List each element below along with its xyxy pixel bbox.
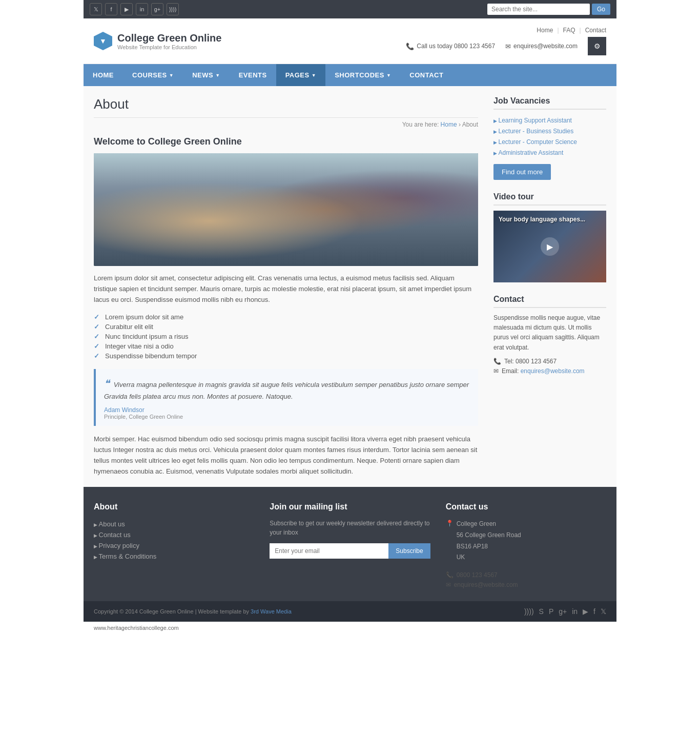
home-link[interactable]: Home [537, 27, 553, 34]
nav-home[interactable]: HOME [84, 64, 123, 86]
quote-author-title: Principle, College Green Online [104, 414, 470, 420]
vacancies-title: Job Vacancies [493, 96, 606, 110]
footer-social-icons: )))) S P g+ in ▶ f 𝕏 [524, 607, 606, 616]
contact-title: Contact [493, 295, 606, 308]
rss-icon[interactable]: )))) [167, 3, 179, 15]
youtube-icon[interactable]: ▶ [120, 3, 133, 15]
email-subscribe-input[interactable] [270, 543, 388, 559]
footer-privacy-link[interactable]: Privacy policy [94, 542, 139, 549]
logo-icon [94, 32, 112, 50]
nav-shortcodes[interactable]: SHORTCODES ▼ [325, 64, 400, 86]
footer-contact-us: Contact us [94, 529, 254, 540]
checklist: Lorem ipsum dolor sit ame Curabitur elit… [94, 312, 478, 361]
footer-email: ✉ enquires@website.com [446, 581, 606, 588]
email-address: enquires@website.com [513, 43, 578, 50]
logo: College Green Online Website Template fo… [94, 32, 221, 50]
vacancy-1: Learning Support Assistant [493, 115, 606, 126]
footer-pinterest-icon[interactable]: P [549, 607, 553, 616]
twitter-icon[interactable]: 𝕏 [90, 3, 102, 15]
main-content: About You are here: Home › About Welcome… [94, 96, 478, 477]
footer-about-links: About us Contact us Privacy policy Terms… [94, 519, 254, 562]
footer-terms-link[interactable]: Terms & Conditions [94, 552, 156, 560]
vacancy-link-2[interactable]: Lecturer - Business Studies [493, 128, 573, 135]
breadcrumb: You are here: Home › About [94, 121, 478, 128]
main-nav: HOME COURSES ▼ NEWS ▼ EVENTS PAGES ▼ SHO… [84, 64, 616, 86]
video-thumbnail[interactable]: Your body language shapes... ▶ [493, 211, 606, 282]
phone-contact: Call us today 0800 123 4567 [406, 43, 495, 50]
email-link-sidebar[interactable]: enquires@website.com [521, 367, 585, 375]
news-arrow: ▼ [215, 73, 220, 78]
video-play-button[interactable]: ▶ [541, 237, 559, 256]
checklist-item-5: Suspendisse bibendum tempor [94, 351, 478, 361]
top-bar: 𝕏 f ▶ in g+ )))) Go [84, 0, 616, 18]
site-header: College Green Online Website Template fo… [84, 18, 616, 64]
footer-skype-icon[interactable]: S [539, 607, 544, 616]
mailing-description: Subscribe to get our weekly newsletter d… [270, 519, 430, 537]
facebook-icon[interactable]: f [105, 3, 117, 15]
settings-button[interactable]: ⚙ [588, 37, 606, 55]
footer-facebook-icon[interactable]: f [593, 607, 595, 616]
nav-contact[interactable]: CONTACT [400, 64, 452, 86]
subscribe-button[interactable]: Subscribe [388, 543, 430, 559]
nav-pages[interactable]: PAGES ▼ [276, 64, 325, 86]
job-vacancies-section: Job Vacancies Learning Support Assistant… [493, 96, 606, 180]
footer-contact-col: Contact us 📍 College Green 56 College Gr… [446, 502, 606, 590]
video-caption: Your body language shapes... [499, 216, 585, 223]
footer-rss-icon[interactable]: )))) [524, 607, 534, 616]
page-title-area: About You are here: Home › About [94, 96, 478, 128]
footer-twitter-icon[interactable]: 𝕏 [601, 607, 606, 616]
footer-privacy: Privacy policy [94, 540, 254, 551]
article-image [94, 153, 478, 266]
footer-about-us-link[interactable]: About us [94, 520, 125, 528]
breadcrumb-home[interactable]: Home [441, 121, 457, 128]
contact-tel: 📞 Tel: 0800 123 4567 [493, 358, 606, 365]
footer-about-title: About [94, 502, 254, 511]
nav-events[interactable]: EVENTS [230, 64, 276, 86]
footer-about-col: About About us Contact us Privacy policy… [94, 502, 254, 590]
vacancy-link-4[interactable]: Administrative Assistant [493, 149, 563, 156]
search-button[interactable]: Go [592, 4, 610, 15]
vacancy-link-3[interactable]: Lecturer - Computer Science [493, 138, 577, 146]
contact-section: Contact Suspendisse mollis neque augue, … [493, 295, 606, 375]
search-bar: Go [487, 4, 610, 15]
contact-link[interactable]: Contact [585, 27, 606, 34]
divider2: | [580, 27, 581, 34]
site-footer: About About us Contact us Privacy policy… [84, 487, 616, 621]
nav-courses[interactable]: COURSES ▼ [123, 64, 183, 86]
video-section: Video tour Your body language shapes... … [493, 192, 606, 282]
footer-phone: 📞 0800 123 4567 [446, 571, 606, 579]
checklist-item-1: Lorem ipsum dolor sit ame [94, 312, 478, 322]
phone-number: Call us today 0800 123 4567 [417, 43, 495, 50]
social-icons: 𝕏 f ▶ in g+ )))) [90, 3, 179, 15]
google-plus-icon[interactable]: g+ [151, 3, 163, 15]
courses-arrow: ▼ [169, 73, 174, 78]
footer-url-bar: www.heritagechristiancollege.com [84, 622, 616, 634]
video-title: Video tour [493, 192, 606, 206]
footer-linkedin-icon[interactable]: in [572, 607, 578, 616]
find-out-button[interactable]: Find out more [493, 164, 551, 180]
page-title: About [94, 96, 478, 118]
faq-link[interactable]: FAQ [563, 27, 575, 34]
footer-mailing-col: Join our mailing list Subscribe to get o… [270, 502, 430, 590]
breadcrumb-current: About [462, 121, 478, 128]
copyright-link[interactable]: 3rd Wave Media [251, 608, 292, 615]
linkedin-icon[interactable]: in [136, 3, 148, 15]
vacancy-link-1[interactable]: Learning Support Assistant [493, 117, 572, 124]
crowd-background [94, 153, 478, 266]
header-right: Home | FAQ | Contact Call us today 0800 … [406, 27, 606, 55]
sidebar: Job Vacancies Learning Support Assistant… [493, 96, 606, 477]
footer-grid: About About us Contact us Privacy policy… [94, 502, 606, 590]
footer-contact-us-link[interactable]: Contact us [94, 531, 131, 539]
article-body: Morbi semper. Hac euismod bibendum odio … [94, 434, 478, 477]
footer-email-icon: ✉ [446, 581, 451, 588]
footer-youtube-icon[interactable]: ▶ [583, 607, 588, 616]
content-wrapper: About You are here: Home › About Welcome… [84, 86, 616, 487]
pages-arrow: ▼ [312, 73, 316, 78]
quote-block: ❝ Viverra magna pellentesque in magnis g… [94, 369, 478, 426]
search-input[interactable] [487, 4, 590, 15]
nav-news[interactable]: NEWS ▼ [183, 64, 229, 86]
divider: | [557, 27, 559, 34]
email-label: Email: enquires@website.com [502, 367, 585, 375]
email-icon-sidebar: ✉ [493, 367, 499, 375]
footer-google-plus-icon[interactable]: g+ [559, 607, 567, 616]
